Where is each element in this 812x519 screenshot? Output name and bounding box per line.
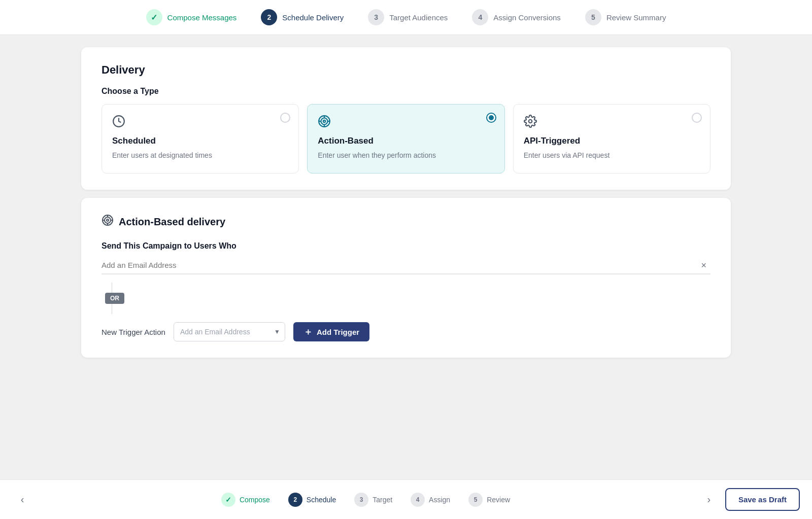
bottom-circle-schedule: 2 xyxy=(288,493,302,507)
bottom-label-assign: Assign xyxy=(429,496,450,504)
save-draft-button[interactable]: Save as Draft xyxy=(725,488,800,511)
svg-point-8 xyxy=(528,120,532,123)
step-label-assign: Assign Conversions xyxy=(493,13,561,22)
delivery-options: Scheduled Enter users at designated time… xyxy=(101,104,710,174)
plus-icon: ＋ xyxy=(303,327,313,336)
option-scheduled-desc: Enter users at designated times xyxy=(112,150,288,161)
step-label-review: Review Summary xyxy=(606,13,666,22)
step-assign[interactable]: 4 Assign Conversions xyxy=(472,9,561,25)
delivery-title: Delivery xyxy=(101,63,710,77)
step-circle-review: 5 xyxy=(585,9,601,25)
step-review[interactable]: 5 Review Summary xyxy=(585,9,666,25)
bottom-step-assign[interactable]: 4 Assign xyxy=(411,493,450,507)
radio-action-based[interactable] xyxy=(486,113,496,123)
step-label-compose: Compose Messages xyxy=(167,13,237,22)
option-action-based[interactable]: Action-Based Enter user when they perfor… xyxy=(307,104,504,174)
step-circle-assign: 4 xyxy=(472,9,488,25)
next-button[interactable]: › xyxy=(699,490,719,510)
bottom-label-compose: Compose xyxy=(240,496,270,504)
email-input-row: × xyxy=(101,257,710,274)
action-based-icon xyxy=(101,214,114,229)
bottom-label-schedule: Schedule xyxy=(307,496,336,504)
option-action-title: Action-Based xyxy=(318,136,494,146)
svg-point-10 xyxy=(105,217,111,223)
svg-point-11 xyxy=(107,219,109,221)
option-scheduled-title: Scheduled xyxy=(112,136,288,146)
bottom-label-review: Review xyxy=(487,496,510,504)
action-based-header: Action-Based delivery xyxy=(101,214,710,229)
trigger-select-wrapper: Add an Email Address ▼ xyxy=(174,322,285,341)
add-trigger-label: Add Trigger xyxy=(317,328,359,336)
bottom-step-review[interactable]: 5 Review xyxy=(468,493,510,507)
bottom-circle-target: 3 xyxy=(354,493,368,507)
svg-point-2 xyxy=(321,118,328,125)
step-label-schedule: Schedule Delivery xyxy=(282,13,344,22)
step-compose[interactable]: ✓ Compose Messages xyxy=(146,9,237,25)
bottom-circle-review: 5 xyxy=(468,493,483,507)
bottom-label-target: Target xyxy=(373,496,392,504)
action-based-title: Action-Based delivery xyxy=(119,216,225,228)
radio-api-triggered[interactable] xyxy=(692,113,702,123)
bottom-step-schedule[interactable]: 2 Schedule xyxy=(288,493,336,507)
trigger-row: New Trigger Action Add an Email Address … xyxy=(101,322,710,341)
radio-scheduled[interactable] xyxy=(280,113,290,123)
email-input[interactable] xyxy=(101,257,710,274)
bottom-step-target[interactable]: 3 Target xyxy=(354,493,392,507)
trigger-select[interactable]: Add an Email Address xyxy=(174,322,285,341)
bottom-bar: ‹ ✓ Compose 2 Schedule 3 Target 4 Assign… xyxy=(0,479,812,519)
option-api-title: API-Triggered xyxy=(524,136,700,146)
choose-type-label: Choose a Type xyxy=(101,87,710,96)
top-stepper: ✓ Compose Messages 2 Schedule Delivery 3… xyxy=(0,0,812,35)
bottom-stepper: ✓ Compose 2 Schedule 3 Target 4 Assign 5… xyxy=(221,493,510,507)
main-content: Delivery Choose a Type Scheduled Enter u… xyxy=(0,35,812,479)
action-based-card: Action-Based delivery Send This Campaign… xyxy=(81,198,731,358)
or-divider: OR xyxy=(101,283,710,314)
bottom-circle-assign: 4 xyxy=(411,493,425,507)
step-circle-schedule: 2 xyxy=(261,9,277,25)
step-target[interactable]: 3 Target Audiences xyxy=(368,9,448,25)
option-api-triggered[interactable]: API-Triggered Enter users via API reques… xyxy=(513,104,710,174)
step-circle-target: 3 xyxy=(368,9,384,25)
option-api-desc: Enter users via API request xyxy=(524,150,700,161)
close-button[interactable]: × xyxy=(697,258,710,273)
option-action-desc: Enter user when they perform actions xyxy=(318,150,494,161)
delivery-card: Delivery Choose a Type Scheduled Enter u… xyxy=(81,47,731,190)
or-badge: OR xyxy=(105,293,124,304)
bottom-step-compose[interactable]: ✓ Compose xyxy=(221,493,270,507)
option-scheduled[interactable]: Scheduled Enter users at designated time… xyxy=(101,104,299,174)
add-trigger-button[interactable]: ＋ Add Trigger xyxy=(293,322,369,341)
gear-icon xyxy=(524,115,700,131)
svg-point-3 xyxy=(323,120,325,122)
step-label-target: Target Audiences xyxy=(389,13,448,22)
step-schedule[interactable]: 2 Schedule Delivery xyxy=(261,9,344,25)
trigger-label: New Trigger Action xyxy=(101,328,165,336)
target-icon xyxy=(318,115,494,131)
bottom-circle-compose: ✓ xyxy=(221,493,235,507)
clock-icon xyxy=(112,115,288,131)
step-circle-compose: ✓ xyxy=(146,9,162,25)
send-label: Send This Campaign to Users Who xyxy=(101,241,710,251)
prev-button[interactable]: ‹ xyxy=(12,490,32,510)
